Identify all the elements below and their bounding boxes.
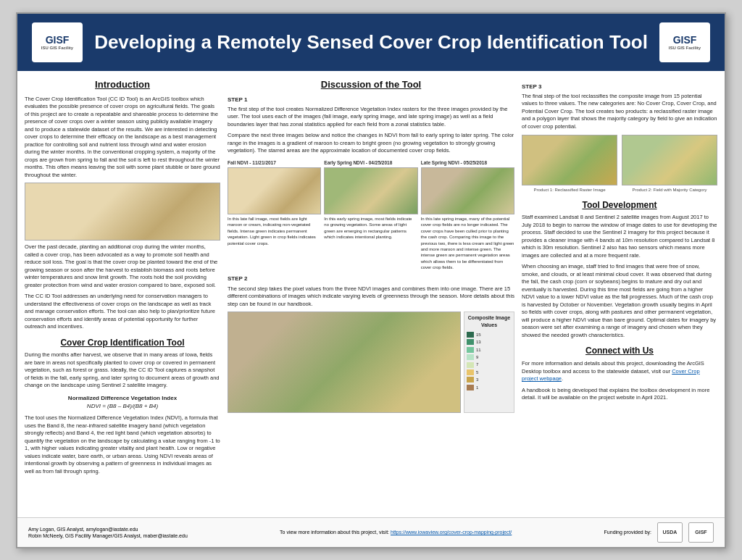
product1-item: Product 1: Reclassified Raster Image bbox=[522, 135, 617, 193]
product1-label: Product 1: Reclassified Raster Image bbox=[522, 187, 617, 193]
footer-author2: Robin McNeely, GIS Facility Manager/GIS … bbox=[28, 533, 188, 538]
composite-row: Composite Image Values 15 13 11 bbox=[228, 312, 514, 413]
legend-color-5 bbox=[467, 362, 474, 368]
tool-dev-para-1: Staff examined Landsat 8 and Sentinel 2 … bbox=[522, 214, 717, 259]
ndvi-formula-box: Normalized Difference Vegetation Index N… bbox=[25, 394, 220, 410]
legend-label-6: 5 bbox=[476, 369, 478, 375]
legend-color-7 bbox=[467, 377, 474, 383]
footer-authors: Amy Logan, GIS Analyst, amylogan@iastate… bbox=[28, 527, 188, 538]
intro-map-image bbox=[25, 183, 220, 241]
legend-label-2: 13 bbox=[476, 339, 481, 345]
product2-label: Product 2: Field with Majority Category bbox=[622, 187, 717, 193]
ndvi-formula: NDVI = (B8 – B4)/(B8 + B4) bbox=[25, 402, 220, 410]
product2-map bbox=[622, 135, 717, 185]
spring-text: In this early spring image, most fields … bbox=[324, 216, 417, 241]
legend-label-5: 7 bbox=[476, 362, 478, 367]
legend-label-4: 9 bbox=[476, 354, 478, 360]
fall-ndvi-item: Fall NDVI - 11/21/2017 In this late fall… bbox=[228, 159, 321, 271]
poster: GISF ISU GIS Facility Developing a Remot… bbox=[16, 12, 726, 548]
left-column: Introduction The Cover Crop Identificati… bbox=[25, 78, 220, 510]
spring-ndvi-item: Early Spring NDVI - 04/25/2018 In this e… bbox=[324, 159, 417, 271]
legend-item-5: 7 bbox=[467, 362, 512, 367]
spring-caption: Early Spring NDVI - 04/25/2018 bbox=[324, 159, 417, 166]
tool-dev-para-2: When choosing an image, staff tried to f… bbox=[522, 263, 717, 339]
intro-para-3: The CC ID Tool addresses an underlying n… bbox=[25, 293, 220, 331]
footer-logo-usda: USDA bbox=[657, 522, 683, 543]
logo-left: GISF ISU GIS Facility bbox=[32, 22, 83, 62]
legend-item-3: 11 bbox=[467, 347, 512, 353]
legend-item-8: 1 bbox=[467, 385, 512, 390]
legend-color-2 bbox=[467, 339, 474, 345]
ndvi-title: Normalized Difference Vegetation Index bbox=[25, 394, 220, 402]
connect-link[interactable]: Cover Crop project webpage bbox=[522, 368, 700, 383]
cover-crop-para-1: During the months after harvest, we obse… bbox=[25, 351, 220, 390]
footer-author1: Amy Logan, GIS Analyst, amylogan@iastate… bbox=[28, 527, 188, 532]
logo-right-gisf: GISF bbox=[673, 34, 697, 46]
legend-item-4: 9 bbox=[467, 354, 512, 360]
poster-title: Developing a Remotely Sensed Cover Crop … bbox=[83, 31, 659, 54]
legend-color-1 bbox=[467, 332, 474, 338]
product-maps-row: Product 1: Reclassified Raster Image Pro… bbox=[522, 135, 717, 193]
handbook-text: A handbook is being developed that expla… bbox=[522, 387, 717, 402]
product2-item: Product 2: Field with Majority Category bbox=[622, 135, 717, 193]
right-column: STEP 3 The final step of the tool reclas… bbox=[522, 78, 717, 510]
footer-link[interactable]: https://www.iowaview.org/cover-crop-mapp… bbox=[391, 530, 512, 535]
header: GISF ISU GIS Facility Developing a Remot… bbox=[17, 14, 725, 71]
late-spring-text: In this late spring image, many of the p… bbox=[421, 216, 514, 271]
legend-item-7: 3 bbox=[467, 377, 512, 383]
step1-compare: Compare the next three images below and … bbox=[228, 132, 514, 155]
footer-center-text: To view more information about this proj… bbox=[280, 530, 391, 535]
step3-title: STEP 3 bbox=[522, 83, 717, 91]
legend-label-8: 1 bbox=[476, 385, 478, 390]
step2-title: STEP 2 bbox=[228, 275, 514, 283]
fall-text: In this late fall image, most fields are… bbox=[228, 216, 321, 246]
logo-gisf-text: GISF bbox=[46, 34, 70, 46]
logo-right-subtitle: ISU GIS Facility bbox=[669, 46, 701, 50]
late-spring-ndvi-item: Late Spring NDVI - 05/25/2018 In this la… bbox=[421, 159, 514, 271]
legend-item-6: 5 bbox=[467, 369, 512, 375]
legend-label-7: 3 bbox=[476, 377, 478, 383]
legend-label-1: 15 bbox=[476, 332, 481, 338]
logo-right: GISF ISU GIS Facility bbox=[659, 22, 710, 62]
content-area: Introduction The Cover Crop Identificati… bbox=[17, 71, 725, 517]
late-spring-caption: Late Spring NDVI - 05/25/2018 bbox=[421, 159, 514, 166]
intro-para-1: The Cover Crop Identification Tool (CC I… bbox=[25, 96, 220, 180]
step2-text: The second step takes the pixel values f… bbox=[228, 285, 514, 309]
connect-title: Connect with Us bbox=[522, 345, 717, 357]
legend-label-3: 11 bbox=[476, 347, 481, 353]
footer: Amy Logan, GIS Analyst, amylogan@iastate… bbox=[17, 517, 725, 547]
discussion-title: Discussion of the Tool bbox=[228, 78, 514, 91]
legend-color-8 bbox=[467, 385, 474, 390]
intro-para-2: Over the past decade, planting an additi… bbox=[25, 243, 220, 289]
step1-title: STEP 1 bbox=[228, 96, 514, 104]
legend-item-1: 15 bbox=[467, 332, 512, 338]
three-maps-row: Fall NDVI - 11/21/2017 In this late fall… bbox=[228, 159, 514, 271]
composite-map bbox=[228, 312, 461, 413]
fall-caption: Fall NDVI - 11/21/2017 bbox=[228, 159, 321, 166]
product1-map bbox=[522, 135, 617, 185]
footer-center: To view more information about this proj… bbox=[280, 530, 512, 535]
composite-legend: Composite Image Values 15 13 11 bbox=[464, 312, 514, 413]
legend-color-3 bbox=[467, 347, 474, 353]
spring-ndvi-map bbox=[324, 167, 417, 214]
legend-title: Composite Image Values bbox=[467, 314, 512, 329]
fall-ndvi-map bbox=[228, 167, 321, 214]
footer-right: Funding provided by: USDA GISF bbox=[604, 522, 714, 543]
late-spring-ndvi-map bbox=[421, 167, 514, 214]
logo-subtitle: ISU GIS Facility bbox=[41, 46, 73, 50]
composite-img-container bbox=[228, 312, 461, 413]
middle-column: Discussion of the Tool STEP 1 The first … bbox=[228, 78, 514, 510]
funding-label: Funding provided by: bbox=[604, 530, 651, 535]
step3-text: The final step of the tool reclassifies … bbox=[522, 93, 717, 131]
cover-crop-tool-title: Cover Crop Identification Tool bbox=[25, 337, 220, 349]
connect-text: For more information and details about t… bbox=[522, 360, 717, 383]
intro-title: Introduction bbox=[25, 78, 220, 91]
step1-text: The first step of the tool creates Norma… bbox=[228, 106, 514, 129]
legend-color-6 bbox=[467, 369, 474, 375]
tool-dev-title: Tool Development bbox=[522, 199, 717, 212]
ndvi-explanation: The tool uses the Normalized Difference … bbox=[25, 414, 220, 475]
footer-logo-gisf: GISF bbox=[688, 522, 714, 543]
legend-item-2: 13 bbox=[467, 339, 512, 345]
legend-color-4 bbox=[467, 354, 474, 360]
